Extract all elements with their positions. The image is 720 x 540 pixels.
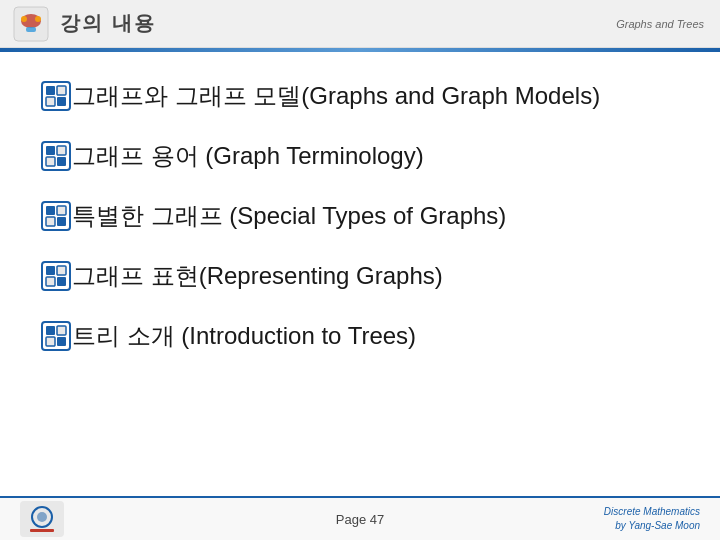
menu-item-text: 그래프 용어 (Graph Terminology) xyxy=(72,142,424,171)
header-title: 강의 내용 xyxy=(60,10,156,37)
svg-rect-8 xyxy=(46,97,55,106)
svg-rect-13 xyxy=(46,157,55,166)
svg-rect-23 xyxy=(46,277,55,286)
svg-rect-28 xyxy=(46,337,55,346)
svg-point-32 xyxy=(37,512,47,522)
svg-rect-27 xyxy=(57,326,66,335)
menu-item-text: 트리 소개 (Introduction to Trees) xyxy=(72,322,416,351)
svg-rect-9 xyxy=(57,97,66,106)
menu-item-text: 특별한 그래프 (Special Types of Graphs) xyxy=(72,202,506,231)
bullet-icon xyxy=(40,140,72,172)
svg-rect-6 xyxy=(46,86,55,95)
svg-point-3 xyxy=(21,16,27,22)
menu-list: 그래프와 그래프 모델(Graphs and Graph Models) 그래프… xyxy=(40,80,670,352)
header-subtitle: Graphs and Trees xyxy=(616,18,704,30)
list-item: 그래프와 그래프 모델(Graphs and Graph Models) xyxy=(40,80,670,112)
svg-rect-24 xyxy=(57,277,66,286)
university-logo xyxy=(20,501,64,537)
svg-rect-29 xyxy=(57,337,66,346)
svg-rect-17 xyxy=(57,206,66,215)
bullet-icon xyxy=(40,80,72,112)
bullet-icon xyxy=(40,260,72,292)
svg-rect-26 xyxy=(46,326,55,335)
svg-point-4 xyxy=(35,16,41,22)
svg-rect-33 xyxy=(30,529,54,532)
bullet-icon xyxy=(40,320,72,352)
svg-rect-21 xyxy=(46,266,55,275)
svg-rect-7 xyxy=(57,86,66,95)
footer-credit: Discrete Mathematics by Yang-Sae Moon xyxy=(604,505,700,533)
menu-item-text: 그래프와 그래프 모델(Graphs and Graph Models) xyxy=(72,82,600,111)
main-content: 그래프와 그래프 모델(Graphs and Graph Models) 그래프… xyxy=(0,52,720,400)
svg-rect-14 xyxy=(57,157,66,166)
svg-rect-11 xyxy=(46,146,55,155)
svg-rect-12 xyxy=(57,146,66,155)
header: 강의 내용 Graphs and Trees xyxy=(0,0,720,48)
footer: Page 47 Discrete Mathematics by Yang-Sae… xyxy=(0,496,720,540)
list-item: 특별한 그래프 (Special Types of Graphs) xyxy=(40,200,670,232)
svg-rect-2 xyxy=(26,27,36,32)
list-item: 그래프 표현(Representing Graphs) xyxy=(40,260,670,292)
svg-rect-22 xyxy=(57,266,66,275)
list-item: 트리 소개 (Introduction to Trees) xyxy=(40,320,670,352)
svg-rect-19 xyxy=(57,217,66,226)
bullet-icon xyxy=(40,200,72,232)
menu-item-text: 그래프 표현(Representing Graphs) xyxy=(72,262,443,291)
svg-rect-18 xyxy=(46,217,55,226)
header-logo xyxy=(12,5,50,43)
list-item: 그래프 용어 (Graph Terminology) xyxy=(40,140,670,172)
footer-page: Page 47 xyxy=(20,512,700,527)
svg-rect-16 xyxy=(46,206,55,215)
